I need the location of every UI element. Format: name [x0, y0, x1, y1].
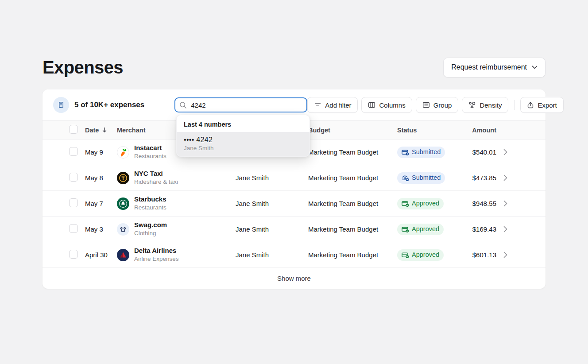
expense-date: May 3 — [85, 225, 117, 233]
member-name: Jane Smith — [236, 225, 308, 233]
expense-amount: $169.43 — [470, 225, 496, 233]
chevron-right-icon[interactable] — [503, 252, 507, 258]
column-header-date[interactable]: Date — [85, 127, 117, 134]
search-input[interactable] — [174, 97, 307, 112]
column-header-amount[interactable]: Amount — [470, 127, 496, 134]
merchant-category: Restaurants — [134, 204, 166, 212]
budget-name: Marketing Team Budget — [308, 200, 397, 207]
status-label: Approved — [412, 252, 439, 258]
expense-rows: May 9 Instacart Restaurants Marketing Te… — [43, 139, 545, 268]
merchant-name: Delta Airlines — [134, 247, 179, 255]
dropdown-section-label: Last 4 numbers — [177, 115, 309, 132]
table-row[interactable]: May 7 Starbucks Restaurants Jane Smith M… — [43, 191, 545, 217]
budget-name: Marketing Team Budget — [308, 174, 397, 182]
expenses-summary: 5 of 10K+ expenses — [53, 97, 144, 113]
chevron-right-icon[interactable] — [503, 174, 507, 181]
merchant-name: Starbucks — [134, 195, 166, 204]
search-suggestions-dropdown: Last 4 numbers •••• 4242 Jane Smith — [176, 115, 310, 157]
merchant-name: Instacart — [134, 144, 166, 152]
budget-name: Marketing Team Budget — [308, 251, 397, 259]
status-label: Approved — [412, 226, 439, 232]
dropdown-option-card[interactable]: •••• 4242 Jane Smith — [177, 132, 309, 156]
expense-amount: $540.01 — [470, 148, 496, 156]
columns-icon — [368, 101, 375, 108]
status-badge: Submitted — [397, 172, 445, 184]
expense-amount: $948.55 — [470, 200, 496, 207]
card-plus-icon — [402, 149, 409, 156]
receipt-icon — [53, 97, 69, 113]
card-check-icon — [402, 226, 409, 233]
filter-icon — [314, 101, 321, 108]
status-badge: Approved — [397, 198, 444, 209]
export-button[interactable]: Export — [520, 97, 563, 113]
status-label: Submitted — [412, 149, 441, 155]
expense-date: April 30 — [85, 251, 117, 259]
expense-date: May 9 — [85, 148, 117, 156]
request-reimbursement-button[interactable]: Request reimbursement — [443, 58, 545, 77]
status-badge: Submitted — [397, 147, 445, 158]
starbucks-logo — [117, 197, 129, 210]
chevron-right-icon[interactable] — [503, 200, 507, 207]
density-icon — [468, 101, 476, 108]
expense-date: May 7 — [85, 200, 117, 207]
merchant-cell: Swag.com Clothing — [117, 221, 236, 237]
column-header-budget[interactable]: Budget — [308, 127, 397, 134]
sort-desc-icon — [102, 127, 107, 133]
card-check-icon — [402, 252, 409, 259]
row-checkbox[interactable] — [69, 198, 78, 207]
instacart-logo — [117, 146, 129, 159]
chevron-down-icon — [532, 66, 538, 69]
page-header: Expenses Request reimbursement — [43, 57, 545, 78]
request-reimbursement-label: Request reimbursement — [451, 63, 527, 71]
merchant-cell: NYC Taxi Rideshare & taxi — [117, 170, 236, 186]
table-row[interactable]: May 3 Swag.com Clothing Jane Smith Marke… — [43, 217, 545, 242]
toolbar-divider — [514, 100, 514, 110]
chevron-right-icon[interactable] — [503, 226, 507, 232]
status-badge: Approved — [397, 224, 444, 235]
toolbar: Add filter Columns Group Density Ex — [307, 97, 563, 113]
merchant-name: Swag.com — [134, 221, 167, 229]
expense-amount: $473.85 — [470, 174, 496, 182]
merchant-category: Clothing — [134, 230, 167, 237]
swag-logo — [117, 223, 129, 236]
expenses-panel: 5 of 10K+ expenses Add filter Columns — [43, 89, 545, 289]
select-all-checkbox[interactable] — [69, 125, 78, 134]
merchant-cell: Starbucks Restaurants — [117, 195, 236, 212]
show-more-button[interactable]: Show more — [43, 268, 545, 289]
status-badge: Approved — [397, 249, 444, 261]
density-button[interactable]: Density — [462, 97, 508, 113]
expense-amount: $601.13 — [470, 251, 496, 259]
card-last4-digits: •••• 4242 — [184, 136, 302, 144]
group-icon — [422, 101, 430, 108]
row-checkbox[interactable] — [69, 173, 78, 182]
search-wrap — [174, 97, 307, 112]
column-header-status[interactable]: Status — [397, 127, 470, 134]
chevron-right-icon[interactable] — [503, 149, 507, 155]
page-container: Expenses Request reimbursement 5 of 10K+… — [43, 0, 545, 289]
merchant-cell: Delta Airlines Airline Expenses — [117, 247, 236, 263]
row-checkbox[interactable] — [69, 250, 78, 259]
group-button[interactable]: Group — [416, 97, 459, 113]
member-name: Jane Smith — [236, 200, 308, 207]
expense-date: May 8 — [85, 174, 117, 182]
add-filter-button[interactable]: Add filter — [307, 97, 358, 113]
bank-plus-icon — [402, 174, 409, 182]
budget-name: Marketing Team Budget — [308, 225, 397, 233]
row-checkbox[interactable] — [69, 147, 78, 156]
merchant-name: NYC Taxi — [134, 170, 178, 178]
table-row[interactable]: May 8 NYC Taxi Rideshare & taxi Jane Smi… — [43, 165, 545, 191]
member-name: Jane Smith — [236, 251, 308, 259]
budget-name: Marketing Team Budget — [308, 148, 397, 156]
columns-button[interactable]: Columns — [361, 97, 412, 113]
merchant-category: Restaurants — [134, 153, 166, 160]
export-icon — [527, 101, 534, 109]
delta-logo — [117, 249, 129, 261]
table-row[interactable]: April 30 Delta Airlines Airline Expenses… — [43, 242, 545, 268]
merchant-category: Rideshare & taxi — [134, 178, 178, 186]
merchant-category: Airline Expenses — [134, 256, 179, 263]
card-check-icon — [402, 200, 409, 207]
expenses-count: 5 of 10K+ expenses — [74, 101, 144, 109]
nyc-taxi-logo — [117, 172, 129, 184]
status-label: Submitted — [412, 174, 441, 181]
row-checkbox[interactable] — [69, 224, 78, 233]
